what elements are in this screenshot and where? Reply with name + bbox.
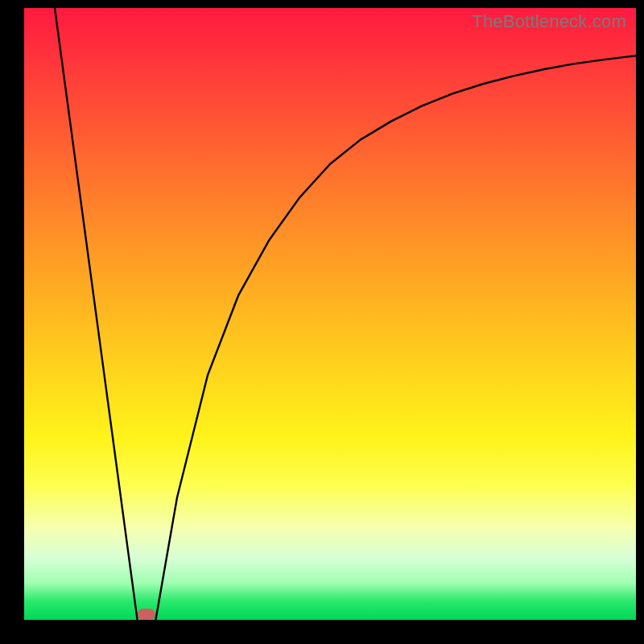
chart-frame: TheBottleneck.com: [0, 0, 644, 644]
curve-layer: [24, 8, 636, 620]
series-left-branch: [55, 8, 138, 620]
series-right-branch: [155, 56, 636, 620]
bottleneck-marker: [138, 609, 156, 620]
watermark-text: TheBottleneck.com: [472, 11, 626, 32]
plot-area: TheBottleneck.com: [24, 8, 636, 620]
